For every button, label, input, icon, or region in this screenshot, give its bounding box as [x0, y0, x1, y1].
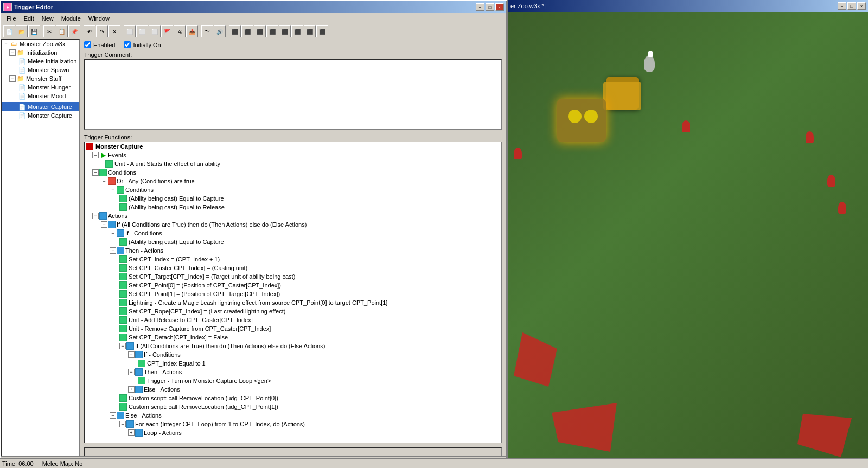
tb-a2[interactable]: ⬛ [241, 25, 253, 37]
tb-test1[interactable]: ⬜ [124, 25, 136, 37]
tb-a4[interactable]: ⬛ [266, 25, 278, 37]
ftree-event1[interactable]: Unit - A unit Starts the effect of an ab… [85, 159, 501, 168]
ftree-cond1[interactable]: (Ability being cast) Equal to Capture [85, 194, 501, 203]
tree-monster-capture2[interactable]: 📄 Monster Capture [2, 111, 79, 120]
ftree-act9[interactable]: Unit - Remove Capture from CPT_Caster[CP… [85, 324, 501, 333]
ftree-if2-cond-val[interactable]: CPT_Index Equal to 1 [85, 359, 501, 368]
then-expand[interactable]: − [110, 247, 116, 254]
initially-on-checkbox[interactable] [124, 41, 131, 48]
tb-save[interactable]: 💾 [28, 25, 40, 37]
ftree-act7[interactable]: Set CPT_Rope[CPT_Index] = (Last created … [85, 307, 501, 316]
ftree-events[interactable]: − ▶ Events [85, 151, 501, 159]
stuff-expand[interactable]: − [9, 75, 16, 82]
tb-print[interactable]: 🖨 [174, 25, 186, 37]
ftree-act10[interactable]: Set CPT_Detach[CPT_Index] = False [85, 333, 501, 342]
menu-file[interactable]: File [3, 14, 20, 23]
loop1-expand[interactable]: + [128, 429, 135, 436]
ftree-else2[interactable]: + Else - Actions [85, 385, 501, 394]
maximize-button[interactable]: □ [486, 3, 494, 11]
if1-expand[interactable]: − [101, 221, 107, 228]
root-expand[interactable]: − [3, 41, 9, 47]
tb-flag[interactable]: 🚩 [161, 25, 173, 37]
ftree-act4[interactable]: Set CPT_Point[0] = (Position of CPT_Cast… [85, 281, 501, 290]
game-close[interactable]: × [857, 2, 866, 10]
ftree-or[interactable]: − Or - Any (Conditions) are true [85, 177, 501, 185]
menu-window[interactable]: Window [85, 14, 113, 23]
enabled-checkbox[interactable] [84, 41, 91, 48]
tb-sound[interactable]: 🔊 [214, 25, 226, 37]
ftree-if-cond-val[interactable]: (Ability being cast) Equal to Capture [85, 238, 501, 246]
ftree-then2-act1[interactable]: Trigger - Turn on Monster Capture Loop <… [85, 376, 501, 385]
ftree-root[interactable]: Monster Capture [85, 142, 501, 151]
initially-on-checkbox-label[interactable]: Initially On [124, 41, 161, 48]
actions-expand[interactable]: − [92, 213, 99, 219]
game-minimize[interactable]: − [838, 2, 846, 10]
ftree-conditions[interactable]: − Conditions [85, 168, 501, 177]
tb-undo[interactable]: ↶ [84, 25, 95, 37]
enabled-checkbox-label[interactable]: Enabled [84, 41, 115, 48]
or-expand[interactable]: − [101, 178, 107, 184]
tb-open[interactable]: 📂 [16, 25, 28, 37]
tree-monster-stuff[interactable]: − 📁 Monster Stuff [2, 74, 79, 83]
conditions-expand[interactable]: − [92, 169, 99, 176]
if2-cond-expand[interactable]: − [128, 351, 135, 358]
tb-a3[interactable]: ⬛ [254, 25, 266, 37]
ftree-if2[interactable]: − If (All Conditions are True) then do (… [85, 342, 501, 350]
horizontal-scrollbar[interactable] [84, 447, 502, 456]
game-maximize[interactable]: □ [847, 2, 856, 10]
tree-monster-mood[interactable]: 📄 Monster Mood [2, 92, 79, 100]
tree-monster-capture-selected[interactable]: 📄 Monster Capture [2, 102, 79, 111]
tb-test3[interactable]: ⬜ [149, 25, 161, 37]
tb-wave[interactable]: 〜 [201, 25, 213, 37]
events-expand[interactable]: − [92, 152, 99, 158]
if-cond-expand[interactable]: − [110, 230, 116, 236]
tb-new[interactable]: 📄 [3, 25, 15, 37]
ftree-custom1[interactable]: Custom script: call RemoveLocation (udg_… [85, 394, 501, 402]
ftree-act1[interactable]: Set CPT_Index = (CPT_Index + 1) [85, 255, 501, 264]
ftree-for1[interactable]: − For each (Integer CPT_Loop) from 1 to … [85, 420, 501, 428]
tb-a8[interactable]: ⬛ [316, 25, 328, 37]
ftree-then[interactable]: − Then - Actions [85, 246, 501, 255]
ftree-actions[interactable]: − Actions [85, 211, 501, 220]
functions-tree[interactable]: Monster Capture − ▶ Events Unit - A unit… [84, 142, 502, 443]
ftree-act3[interactable]: Set CPT_Target[CPT_Index] = (Target unit… [85, 272, 501, 281]
tb-cut[interactable]: ✂ [43, 25, 55, 37]
tb-a6[interactable]: ⬛ [291, 25, 303, 37]
tree-initialization[interactable]: − 📁 Initialization [2, 48, 79, 57]
menu-module[interactable]: Module [58, 14, 84, 23]
if2-expand[interactable]: − [119, 343, 126, 349]
cond-sub-expand[interactable]: − [110, 187, 116, 193]
then2-expand[interactable]: − [128, 369, 135, 375]
ftree-else-header[interactable]: − Else - Actions [85, 411, 501, 420]
tree-monster-spawn[interactable]: 📄 Monster Spawn [2, 66, 79, 74]
ftree-custom2[interactable]: Custom script: call RemoveLocation (udg_… [85, 402, 501, 411]
tb-paste[interactable]: 📌 [68, 25, 80, 37]
ftree-act5[interactable]: Set CPT_Point[1] = (Position of CPT_Targ… [85, 290, 501, 298]
ftree-if2-cond[interactable]: − If - Conditions [85, 350, 501, 359]
tb-test2[interactable]: ⬜ [136, 25, 148, 37]
for1-expand[interactable]: − [119, 421, 126, 427]
ftree-then2[interactable]: − Then - Actions [85, 368, 501, 376]
ftree-loop1[interactable]: + Loop - Actions [85, 428, 501, 437]
tb-delete[interactable]: ✕ [108, 25, 120, 37]
tree-monster-hunger[interactable]: 📄 Monster Hunger [2, 83, 79, 92]
else2-expand[interactable]: + [128, 386, 135, 393]
else-header-expand[interactable]: − [110, 412, 116, 419]
tb-a1[interactable]: ⬛ [229, 25, 241, 37]
menu-edit[interactable]: Edit [21, 14, 37, 23]
tb-redo[interactable]: ↷ [96, 25, 108, 37]
comment-textarea[interactable] [84, 59, 502, 130]
tree-melee-init[interactable]: 📄 Melee Initialization [2, 57, 79, 66]
ftree-act6[interactable]: Lightning - Create a Magic Leash lightni… [85, 298, 501, 307]
tb-export[interactable]: 📤 [186, 25, 198, 37]
ftree-act2[interactable]: Set CPT_Caster[CPT_Index] = (Casting uni… [85, 264, 501, 272]
menu-new[interactable]: New [39, 14, 57, 23]
ftree-act8[interactable]: Unit - Add Release to CPT_Caster[CPT_Ind… [85, 316, 501, 324]
ftree-cond2[interactable]: (Ability being cast) Equal to Release [85, 203, 501, 211]
minimize-button[interactable]: − [476, 3, 484, 11]
tb-copy[interactable]: 📋 [56, 25, 68, 37]
close-button[interactable]: × [495, 3, 504, 11]
tb-a7[interactable]: ⬛ [304, 25, 316, 37]
ftree-conditions-sub[interactable]: − Conditions [85, 185, 501, 194]
init-expand[interactable]: − [9, 49, 16, 56]
